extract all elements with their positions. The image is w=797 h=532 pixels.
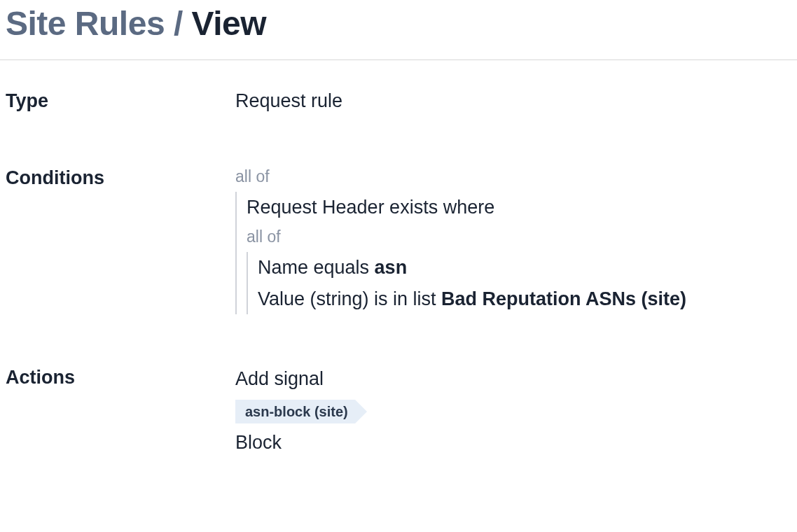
conditions-block: Request Header exists where all of Name …: [235, 192, 797, 315]
condition-name-equals: Name equals asn: [258, 252, 797, 284]
rule-details: Type Request rule Conditions all of Requ…: [0, 60, 797, 456]
inner-conditions-block: Name equals asn Value (string) is in lis…: [247, 252, 797, 314]
action-block: Block: [235, 428, 797, 457]
action-add-signal: Add signal: [235, 365, 797, 393]
type-row: Type Request rule: [6, 88, 797, 115]
signal-tag-wrap: asn-block (site): [235, 398, 797, 424]
condition-value-prefix: Value (string) is in list: [258, 288, 441, 309]
condition-name-prefix: Name equals: [258, 257, 375, 278]
type-label: Type: [6, 88, 235, 115]
condition-value-list: Bad Reputation ASNs (site): [441, 288, 686, 309]
condition-name-value: asn: [375, 257, 408, 278]
breadcrumb-separator: /: [165, 5, 192, 42]
actions-value: Add signal asn-block (site) Block: [235, 365, 797, 456]
condition-request-header: Request Header exists where: [247, 192, 797, 223]
page-header: Site Rules / View: [0, 0, 797, 60]
breadcrumb: Site Rules / View: [6, 6, 791, 43]
conditions-quantifier: all of: [235, 165, 797, 188]
inner-quantifier: all of: [247, 225, 797, 248]
condition-value-in-list: Value (string) is in list Bad Reputation…: [258, 284, 797, 315]
conditions-label: Conditions: [6, 165, 235, 192]
signal-tag: asn-block (site): [235, 400, 355, 424]
breadcrumb-parent[interactable]: Site Rules: [6, 5, 165, 42]
conditions-value: all of Request Header exists where all o…: [235, 165, 797, 315]
type-value: Request rule: [235, 88, 797, 115]
conditions-row: Conditions all of Request Header exists …: [6, 165, 797, 315]
actions-label: Actions: [6, 365, 235, 391]
actions-row: Actions Add signal asn-block (site) Bloc…: [6, 365, 797, 456]
breadcrumb-current: View: [192, 5, 267, 42]
